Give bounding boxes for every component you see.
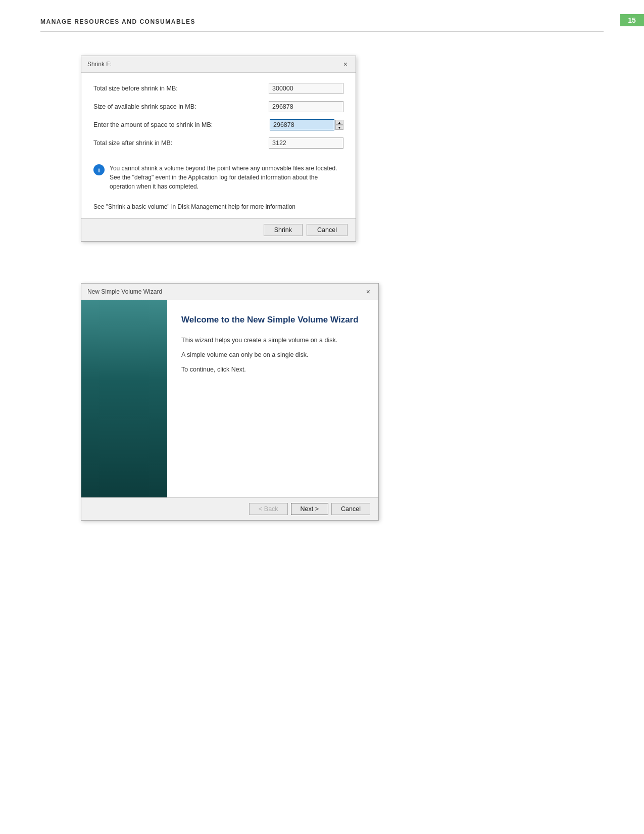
shrink-help-link[interactable]: See "Shrink a basic volume" in Disk Mana… [93, 203, 295, 210]
wizard-next-button[interactable]: Next > [291, 503, 328, 515]
shrink-label-enter-amount: Enter the amount of space to shrink in M… [93, 121, 270, 128]
shrink-close-button[interactable]: × [341, 60, 350, 68]
wizard-title: New Simple Volume Wizard [87, 288, 162, 295]
shrink-value-available[interactable] [269, 101, 343, 112]
shrink-row-enter-amount: Enter the amount of space to shrink in M… [93, 119, 343, 130]
shrink-footer: Shrink Cancel [81, 218, 356, 241]
page-title: MANAGE RESOURCES AND CONSUMABLES [40, 18, 195, 25]
page-number: 15 [620, 14, 644, 26]
shrink-info-text: You cannot shrink a volume beyond the po… [110, 164, 343, 191]
wizard-text-2: A simple volume can only be on a single … [181, 350, 364, 360]
shrink-spinner: ▲ ▼ [335, 120, 343, 130]
shrink-label-total-after: Total size after shrink in MB: [93, 140, 269, 147]
wizard-close-button[interactable]: × [364, 288, 372, 296]
shrink-titlebar: Shrink F: × [81, 56, 356, 73]
wizard-sidebar [81, 300, 167, 497]
wizard-main-title: Welcome to the New Simple Volume Wizard [181, 314, 364, 326]
wizard-dialog: New Simple Volume Wizard × Welcome to th… [81, 283, 379, 521]
wizard-footer: < Back Next > Cancel [81, 497, 378, 520]
wizard-cancel-button[interactable]: Cancel [331, 503, 370, 515]
shrink-body: Total size before shrink in MB: Size of … [81, 73, 356, 164]
shrink-label-total-before: Total size before shrink in MB: [93, 85, 269, 92]
shrink-title: Shrink F: [87, 61, 112, 68]
shrink-link-area: See "Shrink a basic volume" in Disk Mana… [81, 199, 356, 218]
shrink-value-enter-amount[interactable] [270, 119, 334, 130]
shrink-dialog: Shrink F: × Total size before shrink in … [81, 56, 356, 242]
shrink-cancel-button[interactable]: Cancel [307, 224, 348, 236]
shrink-row-total-after: Total size after shrink in MB: [93, 137, 343, 149]
shrink-button[interactable]: Shrink [264, 224, 303, 236]
wizard-text-1: This wizard helps you create a simple vo… [181, 336, 364, 345]
shrink-label-available: Size of available shrink space in MB: [93, 103, 269, 110]
shrink-info-box: i You cannot shrink a volume beyond the … [81, 164, 356, 199]
wizard-main: Welcome to the New Simple Volume Wizard … [167, 300, 378, 497]
shrink-spinner-up[interactable]: ▲ [335, 120, 343, 125]
wizard-text-3: To continue, click Next. [181, 365, 364, 375]
shrink-value-total-after[interactable] [269, 137, 343, 149]
shrink-value-total-before[interactable] [269, 83, 343, 94]
wizard-content: Welcome to the New Simple Volume Wizard … [81, 300, 378, 497]
info-icon: i [93, 164, 105, 175]
wizard-titlebar: New Simple Volume Wizard × [81, 284, 378, 300]
shrink-spinner-down[interactable]: ▼ [335, 125, 343, 130]
wizard-back-button[interactable]: < Back [249, 503, 288, 515]
title-divider [40, 31, 604, 32]
shrink-row-available: Size of available shrink space in MB: [93, 101, 343, 112]
shrink-row-total-before: Total size before shrink in MB: [93, 83, 343, 94]
